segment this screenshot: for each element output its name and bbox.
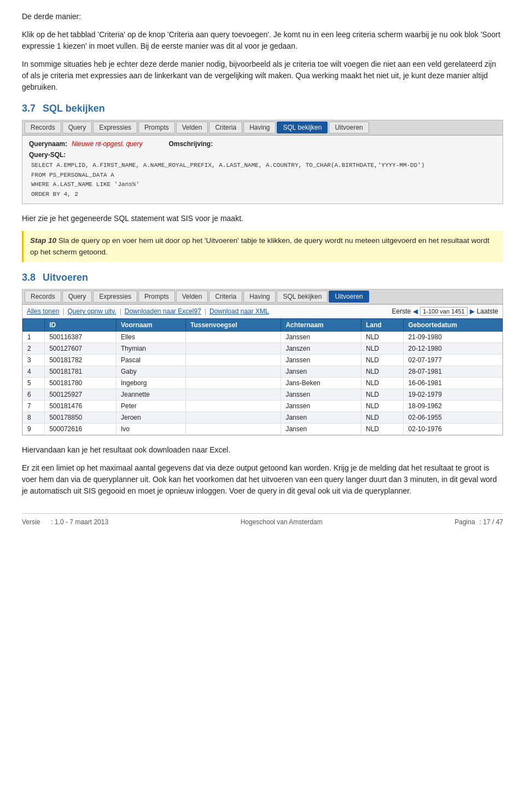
table-cell: Jeroen xyxy=(116,411,186,423)
pagination-first-label: Eerste xyxy=(392,308,411,315)
table-cell xyxy=(185,411,281,423)
section-37-heading: 3.7 SQL bekijken xyxy=(22,103,503,114)
tab-records[interactable]: Records xyxy=(25,291,61,303)
table-row: 1500116387EllesJanssenNLD21-09-1980 xyxy=(23,331,503,343)
col-header: Voornaam xyxy=(116,318,186,331)
pagination-next-icon[interactable]: ▶ xyxy=(470,308,475,315)
table-row: 3500181782PascalJanssenNLD02-07-1977 xyxy=(23,354,503,366)
table-cell: 7 xyxy=(23,400,45,411)
table-cell: Janssen xyxy=(281,388,361,400)
table-cell: 20-12-1980 xyxy=(404,343,503,354)
tab-expressies[interactable]: Expressies xyxy=(93,121,137,134)
table-cell: 500181476 xyxy=(45,400,116,411)
table-cell: NLD xyxy=(361,354,404,366)
tabbar-sql: RecordsQueryExpressiesPromptsVeldenCrite… xyxy=(22,120,503,135)
table-cell: 1 xyxy=(23,331,45,343)
tab-criteria[interactable]: Criteria xyxy=(209,291,242,303)
table-cell: 500181781 xyxy=(45,366,116,377)
tab-having[interactable]: Having xyxy=(243,291,276,303)
download-excel-link[interactable]: Downloaden naar Excel97 xyxy=(125,308,201,315)
table-cell: 9 xyxy=(23,423,45,434)
table-cell xyxy=(185,331,281,343)
tab-criteria[interactable]: Criteria xyxy=(209,121,242,134)
para-download: Hiervandaan kan je het resultaat ook dow… xyxy=(22,444,503,456)
table-cell: 500116387 xyxy=(45,331,116,343)
table-cell: Thymian xyxy=(116,343,186,354)
col-header: Land xyxy=(361,318,404,331)
footer-left: Versie : 1.0 - 7 maart 2013 xyxy=(22,518,108,526)
table-cell: 21-09-1980 xyxy=(404,331,503,343)
tab-having[interactable]: Having xyxy=(243,121,276,134)
tab-velden[interactable]: Velden xyxy=(176,121,208,134)
table-cell: 18-09-1962 xyxy=(404,400,503,411)
tab-sql-bekijken[interactable]: SQL bekijken xyxy=(277,121,328,134)
table-cell: NLD xyxy=(361,388,404,400)
tab-uitvoeren[interactable]: Uitvoeren xyxy=(329,291,369,303)
tab-query[interactable]: Query xyxy=(62,291,92,303)
table-cell: Jeannette xyxy=(116,388,186,400)
tab-query[interactable]: Query xyxy=(62,121,92,134)
tab-sql-bekijken[interactable]: SQL bekijken xyxy=(277,291,328,303)
tab-velden[interactable]: Velden xyxy=(176,291,208,303)
pagination-prev-icon[interactable]: ◀ xyxy=(413,308,418,315)
table-cell: 28-07-1981 xyxy=(404,366,503,377)
table-cell: 8 xyxy=(23,411,45,423)
table-cell: 500181780 xyxy=(45,377,116,388)
table-cell xyxy=(185,423,281,434)
table-cell xyxy=(185,377,281,388)
table-cell: Pascal xyxy=(116,354,186,366)
pagina-value: : 17 / 47 xyxy=(480,518,503,526)
sql-label: Query-SQL: xyxy=(29,151,496,159)
table-cell: Janssen xyxy=(281,400,361,411)
sql-line: WHERE A.LAST_NAME LIKE 'Jans%' xyxy=(31,180,496,190)
tabbar-uitvoeren: RecordsQueryExpressiesPromptsVeldenCrite… xyxy=(22,289,503,304)
table-cell: NLD xyxy=(361,377,404,388)
table-cell: 02-10-1976 xyxy=(404,423,503,434)
table-cell: NLD xyxy=(361,331,404,343)
table-cell: 6 xyxy=(23,388,45,400)
tab-uitvoeren[interactable]: Uitvoeren xyxy=(329,121,369,134)
table-row: 4500181781GabyJansenNLD28-07-1981 xyxy=(23,366,503,377)
table-cell: Janssen xyxy=(281,354,361,366)
table-cell: 2 xyxy=(23,343,45,354)
page-footer: Versie : 1.0 - 7 maart 2013 Hogeschool v… xyxy=(22,513,503,526)
table-cell: Gaby xyxy=(116,366,186,377)
tab-records[interactable]: Records xyxy=(25,121,61,134)
versie-label: Versie xyxy=(22,518,40,526)
para-sql: Hier zie je het gegeneerde SQL statement… xyxy=(22,213,503,224)
download-xml-link[interactable]: Download naar XML xyxy=(209,308,269,315)
table-cell: NLD xyxy=(361,343,404,354)
table-cell: Jansen xyxy=(281,423,361,434)
tab-expressies[interactable]: Expressies xyxy=(93,291,137,303)
table-cell: Janssen xyxy=(281,331,361,343)
sql-line: SELECT A.EMPLID, A.FIRST_NAME, A.NAME_RO… xyxy=(31,161,496,171)
table-cell: 02-07-1977 xyxy=(404,354,503,366)
pagination: Eerste ◀ 1-100 van 1451 ▶ Laatste xyxy=(392,307,498,316)
tab-prompts[interactable]: Prompts xyxy=(138,291,175,303)
col-header: Achternaam xyxy=(281,318,361,331)
table-cell xyxy=(185,343,281,354)
col-header: ID xyxy=(45,318,116,331)
table-cell: 19-02-1979 xyxy=(404,388,503,400)
table-cell: NLD xyxy=(361,400,404,411)
table-cell: NLD xyxy=(361,423,404,434)
table-cell: 500127607 xyxy=(45,343,116,354)
query-box-sql: Querynaam: Nieuwe nt-opgesl. query Omsch… xyxy=(22,135,503,204)
tab-prompts[interactable]: Prompts xyxy=(138,121,175,134)
table-cell: 16-06-1981 xyxy=(404,377,503,388)
data-table: IDVoornaamTussenvoegselAchternaamLandGeb… xyxy=(22,318,503,435)
table-cell: Ivo xyxy=(116,423,186,434)
table-row: 2500127607ThymianJanszenNLD20-12-1980 xyxy=(23,343,503,354)
results-toolbar: Alles tonen | Query opnw uitv. | Downloa… xyxy=(22,305,503,318)
table-cell: 500178850 xyxy=(45,411,116,423)
intro-para2: Klik op de het tabblad 'Criteria' op de … xyxy=(22,29,503,52)
table-row: 8500178850JeroenJansenNLD02-06-1955 xyxy=(23,411,503,423)
section-38-heading: 3.8 Uitvoeren xyxy=(22,272,503,283)
intro-para3: In sommige situaties heb je echter deze … xyxy=(22,59,503,93)
table-row: 7500181476PeterJanssenNLD18-09-1962 xyxy=(23,400,503,411)
alles-tonen-link[interactable]: Alles tonen xyxy=(27,308,59,315)
query-opnw-link[interactable]: Query opnw uitv. xyxy=(68,308,116,315)
table-cell xyxy=(185,354,281,366)
table-cell: 500125927 xyxy=(45,388,116,400)
querynaam-label: Querynaam: xyxy=(29,140,67,148)
